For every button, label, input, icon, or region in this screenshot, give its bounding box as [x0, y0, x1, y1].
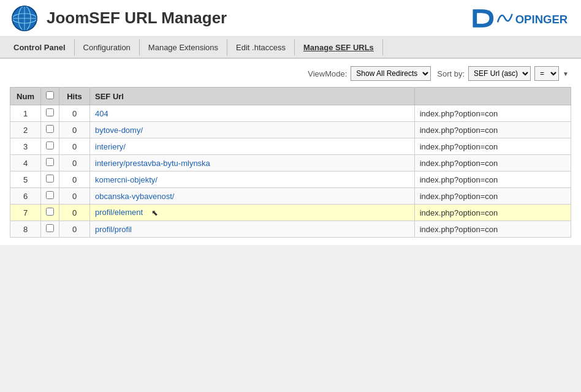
cell-num: 1: [10, 105, 41, 122]
sef-url-link[interactable]: interiery/prestavba-bytu-mlynska: [95, 159, 210, 168]
sef-url-link[interactable]: 404: [95, 109, 108, 118]
viewmode-label: ViewMode:: [308, 69, 347, 78]
cell-hits: 0: [59, 188, 90, 205]
app-title: JoomSEF URL Manager: [47, 9, 227, 28]
table-row: 6 0 obcanska-vybavenost/ index.php?optio…: [10, 188, 571, 205]
row-checkbox[interactable]: [46, 175, 54, 183]
col-header-check: [41, 88, 59, 105]
cell-sef[interactable]: obcanska-vybavenost/: [90, 188, 415, 205]
sef-url-link[interactable]: interiery/: [95, 142, 126, 151]
nav-edit-htaccess[interactable]: Edit .htaccess: [227, 39, 295, 56]
cell-num: 2: [10, 122, 41, 138]
viewmode-select[interactable]: Show All Redirects: [351, 66, 431, 81]
cell-raw: index.php?option=con: [414, 221, 571, 238]
url-table: Num Hits SEF Url 1 0 404 index.php?optio…: [10, 87, 571, 238]
cell-num: 3: [10, 138, 41, 155]
cell-raw: index.php?option=con: [414, 105, 571, 122]
sortby-label: Sort by:: [437, 69, 465, 78]
row-checkbox[interactable]: [46, 224, 54, 232]
table-row: 3 0 interiery/ index.php?option=con: [10, 138, 571, 155]
row-checkbox[interactable]: [46, 158, 54, 166]
col-header-sef: SEF Url: [90, 88, 415, 105]
cell-sef[interactable]: interiery/: [90, 138, 415, 155]
arrow-down-icon: ▼: [563, 70, 569, 77]
row-checkbox[interactable]: [46, 191, 54, 199]
nav-manage-sef-urls[interactable]: Manage SEF URLs: [295, 39, 383, 56]
cell-sef[interactable]: profil/element ⬉: [90, 205, 415, 221]
nav-configuration[interactable]: Configuration: [75, 39, 140, 56]
table-row: 8 0 profil/profil index.php?option=con: [10, 221, 571, 238]
cell-raw: index.php?option=con: [414, 138, 571, 155]
cell-hits: 0: [59, 105, 90, 122]
table-row: 4 0 interiery/prestavba-bytu-mlynska ind…: [10, 155, 571, 172]
select-all-checkbox[interactable]: [46, 91, 54, 99]
cell-check[interactable]: [41, 155, 59, 172]
viewmode-group: ViewMode: Show All Redirects: [308, 66, 431, 81]
navbar: Control Panel Configuration Manage Exten…: [0, 37, 581, 59]
sef-url-link[interactable]: obcanska-vybavenost/: [95, 192, 174, 201]
cell-raw: index.php?option=con: [414, 155, 571, 172]
cursor-icon: ⬉: [151, 208, 158, 217]
table-header-row: Num Hits SEF Url: [10, 88, 571, 105]
cell-check[interactable]: [41, 105, 59, 122]
nav-control-panel[interactable]: Control Panel: [5, 39, 75, 56]
cell-hits: 0: [59, 221, 90, 238]
cell-check[interactable]: [41, 205, 59, 221]
header: JoomSEF URL Manager OPINGER: [0, 0, 581, 37]
table-row: 5 0 komercni-objekty/ index.php?option=c…: [10, 172, 571, 188]
cell-check[interactable]: [41, 122, 59, 138]
cell-num: 7: [10, 205, 41, 221]
cell-sef[interactable]: bytove-domy/: [90, 122, 415, 138]
cell-hits: 0: [59, 155, 90, 172]
table-row: 2 0 bytove-domy/ index.php?option=con: [10, 122, 571, 138]
cell-sef[interactable]: profil/profil: [90, 221, 415, 238]
cell-check[interactable]: [41, 188, 59, 205]
svg-text:OPINGER: OPINGER: [515, 13, 568, 26]
cell-num: 5: [10, 172, 41, 188]
cell-sef[interactable]: 404: [90, 105, 415, 122]
brand-logo: OPINGER: [468, 7, 571, 30]
cell-check[interactable]: [41, 172, 59, 188]
cell-raw: index.php?option=con: [414, 172, 571, 188]
cell-hits: 0: [59, 172, 90, 188]
col-header-raw: [414, 88, 571, 105]
col-header-num: Num: [10, 88, 41, 105]
globe-icon: [10, 4, 39, 33]
toolbar: ViewMode: Show All Redirects Sort by: SE…: [10, 66, 571, 81]
cell-hits: 0: [59, 138, 90, 155]
cell-check[interactable]: [41, 221, 59, 238]
cell-check[interactable]: [41, 138, 59, 155]
table-row: 7 0 profil/element ⬉ index.php?option=co…: [10, 205, 571, 221]
cell-num: 4: [10, 155, 41, 172]
cell-raw: index.php?option=con: [414, 205, 571, 221]
cell-sef[interactable]: interiery/prestavba-bytu-mlynska: [90, 155, 415, 172]
main-content: ViewMode: Show All Redirects Sort by: SE…: [0, 59, 581, 245]
sef-url-link[interactable]: bytove-domy/: [95, 126, 143, 135]
eq-select[interactable]: = ≠: [534, 66, 559, 81]
brand-logo-svg: OPINGER: [468, 7, 571, 30]
cell-num: 6: [10, 188, 41, 205]
sortby-select[interactable]: SEF Url (asc): [468, 66, 531, 81]
table-row: 1 0 404 index.php?option=con: [10, 105, 571, 122]
row-checkbox[interactable]: [46, 125, 54, 133]
sef-url-link[interactable]: profil/profil: [95, 225, 132, 234]
header-left: JoomSEF URL Manager: [10, 4, 227, 33]
cell-raw: index.php?option=con: [414, 122, 571, 138]
cell-num: 8: [10, 221, 41, 238]
row-checkbox[interactable]: [46, 141, 54, 149]
nav-manage-extensions[interactable]: Manage Extensions: [140, 39, 227, 56]
col-header-hits: Hits: [59, 88, 90, 105]
cell-raw: index.php?option=con: [414, 188, 571, 205]
sef-url-link[interactable]: profil/element: [95, 208, 143, 217]
cell-hits: 0: [59, 205, 90, 221]
row-checkbox[interactable]: [46, 208, 54, 216]
cell-hits: 0: [59, 122, 90, 138]
sortby-group: Sort by: SEF Url (asc) = ≠ ▼: [437, 66, 569, 81]
sef-url-link[interactable]: komercni-objekty/: [95, 175, 158, 184]
cell-sef[interactable]: komercni-objekty/: [90, 172, 415, 188]
row-checkbox[interactable]: [46, 108, 54, 116]
